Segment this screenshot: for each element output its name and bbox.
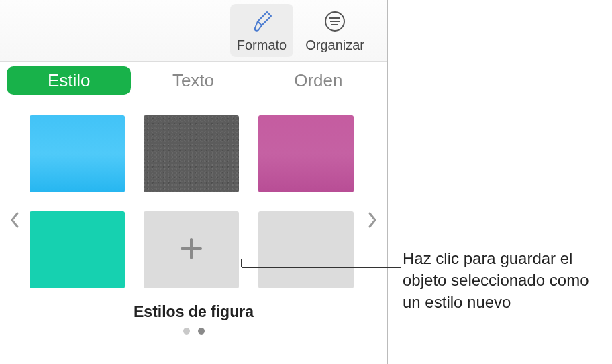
callout-text: Haz clic para guardar el objeto seleccio… [403, 248, 604, 313]
page-dot-2[interactable] [198, 328, 205, 335]
styles-prev-button[interactable] [5, 206, 24, 233]
style-swatch-grid [30, 115, 358, 288]
organize-toolbar-button[interactable]: Organizar [299, 4, 371, 57]
add-style-button[interactable] [144, 211, 239, 288]
styles-next-button[interactable] [363, 206, 382, 233]
style-swatch-magenta[interactable] [258, 115, 354, 192]
style-swatch-gray-texture[interactable] [144, 115, 239, 192]
tab-order[interactable]: Orden [256, 66, 380, 95]
styles-page-indicator [30, 328, 358, 335]
toolbar: Formato Organizar [0, 0, 387, 62]
tab-text[interactable]: Texto [131, 66, 255, 95]
inspector-tabs: Estilo Texto Orden [0, 62, 387, 99]
paintbrush-icon [248, 8, 275, 35]
plus-icon [176, 234, 206, 266]
shape-styles-title: Estilos de figura [30, 303, 358, 321]
format-toolbar-button[interactable]: Formato [230, 4, 293, 57]
inspector-panel: Formato Organizar Estilo Texto Orden [0, 0, 388, 364]
style-swatch-empty[interactable] [258, 211, 354, 288]
callout-leader-line [242, 267, 401, 268]
style-swatch-blue[interactable] [30, 115, 125, 192]
page-dot-1[interactable] [183, 328, 190, 335]
style-swatch-teal[interactable] [30, 211, 125, 288]
shape-styles-section: Estilos de figura [0, 99, 387, 335]
format-label: Formato [237, 38, 287, 53]
tab-style[interactable]: Estilo [7, 66, 131, 95]
organize-label: Organizar [305, 38, 364, 53]
organize-icon [321, 8, 348, 35]
